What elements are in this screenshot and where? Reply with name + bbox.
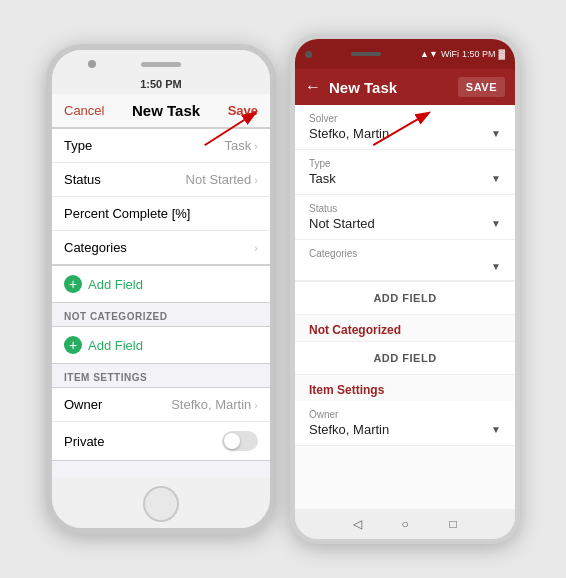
- android-status-label: Status: [309, 203, 501, 214]
- ios-private-row[interactable]: Private: [52, 422, 270, 460]
- ios-owner-value: Stefko, Martin ›: [171, 397, 258, 412]
- ios-camera: [88, 60, 96, 68]
- ios-add-field-2[interactable]: + Add Field: [52, 326, 270, 364]
- ios-owner-label: Owner: [64, 397, 102, 412]
- android-signal: ▲▼: [420, 49, 438, 59]
- android-owner-field[interactable]: Owner Stefko, Martin ▼: [295, 401, 515, 446]
- ios-add-field-label-1: Add Field: [88, 277, 143, 292]
- ios-plus-icon-2: +: [64, 336, 82, 354]
- ios-main-section: Type Task › Status Not Started › Percent…: [52, 128, 270, 265]
- ios-status-row[interactable]: Status Not Started ›: [52, 163, 270, 197]
- android-categories-label: Categories: [309, 248, 501, 259]
- ios-type-chevron: ›: [254, 140, 258, 152]
- ios-type-value: Task ›: [225, 138, 258, 153]
- android-categories-field[interactable]: Categories ▼: [295, 240, 515, 281]
- ios-type-row[interactable]: Type Task ›: [52, 129, 270, 163]
- ios-categories-label: Categories: [64, 240, 127, 255]
- ios-owner-chevron: ›: [254, 399, 258, 411]
- android-speaker: [351, 52, 381, 56]
- android-content: Solver Stefko, Martin ▼ Type Task ▼ Stat…: [295, 105, 515, 509]
- ios-add-field-1[interactable]: + Add Field: [52, 265, 270, 303]
- android-solver-value: Stefko, Martin ▼: [309, 126, 501, 141]
- android-add-field-2[interactable]: ADD FIELD: [295, 341, 515, 375]
- ios-bottom-area: [52, 478, 270, 528]
- android-back-nav[interactable]: ◁: [348, 515, 366, 533]
- ios-add-field-label-2: Add Field: [88, 338, 143, 353]
- android-status-bar: ▲▼ WiFi 1:50 PM ▓: [420, 49, 505, 59]
- ios-nav-bar: Cancel New Task Save: [52, 94, 270, 128]
- android-solver-field[interactable]: Solver Stefko, Martin ▼: [295, 105, 515, 150]
- android-home-nav[interactable]: ○: [396, 515, 414, 533]
- android-status-field[interactable]: Status Not Started ▼: [295, 195, 515, 240]
- ios-private-label: Private: [64, 434, 104, 449]
- ios-top-bar: 1:50 PM: [52, 50, 270, 94]
- ios-phone: 1:50 PM Cancel New Task Save Type Task ›…: [46, 44, 276, 534]
- ios-categories-chevron: ›: [254, 242, 258, 254]
- ios-status-label: Status: [64, 172, 101, 187]
- android-recent-nav[interactable]: □: [444, 515, 462, 533]
- android-camera: [305, 51, 312, 58]
- ios-owner-row[interactable]: Owner Stefko, Martin ›: [52, 388, 270, 422]
- ios-percent-row[interactable]: Percent Complete [%]: [52, 197, 270, 231]
- ios-home-button[interactable]: [143, 486, 179, 522]
- ios-speaker: [141, 62, 181, 67]
- ios-categories-row[interactable]: Categories ›: [52, 231, 270, 264]
- ios-percent-label: Percent Complete [%]: [64, 206, 190, 221]
- android-type-field[interactable]: Type Task ▼: [295, 150, 515, 195]
- android-status-arrow: ▼: [491, 218, 501, 229]
- ios-plus-icon-1: +: [64, 275, 82, 293]
- android-status-value: Not Started ▼: [309, 216, 501, 231]
- ios-not-categorized-header: NOT CATEGORIZED: [52, 303, 270, 326]
- android-battery: ▓: [498, 49, 505, 59]
- android-type-value: Task ▼: [309, 171, 501, 186]
- ios-content: Type Task › Status Not Started › Percent…: [52, 128, 270, 478]
- ios-item-settings-section: Owner Stefko, Martin › Private: [52, 387, 270, 461]
- ios-status-value: Not Started ›: [186, 172, 258, 187]
- android-phone: ▲▼ WiFi 1:50 PM ▓ ← New Task SAVE Solver…: [290, 34, 520, 544]
- ios-status-chevron: ›: [254, 174, 258, 186]
- android-back-button[interactable]: ←: [305, 78, 321, 96]
- android-categories-value: ▼: [309, 261, 501, 272]
- android-save-button[interactable]: SAVE: [458, 77, 505, 97]
- ios-cancel-button[interactable]: Cancel: [64, 103, 104, 118]
- android-header: ← New Task SAVE: [295, 69, 515, 105]
- android-owner-value: Stefko, Martin ▼: [309, 422, 501, 437]
- android-type-arrow: ▼: [491, 173, 501, 184]
- android-type-label: Type: [309, 158, 501, 169]
- ios-private-toggle[interactable]: [222, 431, 258, 451]
- ios-save-button[interactable]: Save: [228, 103, 258, 118]
- android-owner-label: Owner: [309, 409, 501, 420]
- android-top-bar: ▲▼ WiFi 1:50 PM ▓: [295, 39, 515, 69]
- android-time: 1:50 PM: [462, 49, 496, 59]
- android-add-field-1[interactable]: ADD FIELD: [295, 281, 515, 315]
- android-categories-arrow: ▼: [491, 261, 501, 272]
- ios-time: 1:50 PM: [140, 78, 182, 90]
- android-wifi: WiFi: [441, 49, 459, 59]
- ios-item-settings-header: ITEM SETTINGS: [52, 364, 270, 387]
- android-title: New Task: [329, 79, 458, 96]
- ios-type-label: Type: [64, 138, 92, 153]
- android-solver-label: Solver: [309, 113, 501, 124]
- android-owner-arrow: ▼: [491, 424, 501, 435]
- android-bottom-bar: ◁ ○ □: [295, 509, 515, 539]
- android-not-categorized-label: Not Categorized: [295, 315, 515, 341]
- android-item-settings-label: Item Settings: [295, 375, 515, 401]
- ios-nav-title: New Task: [132, 102, 200, 119]
- android-solver-arrow: ▼: [491, 128, 501, 139]
